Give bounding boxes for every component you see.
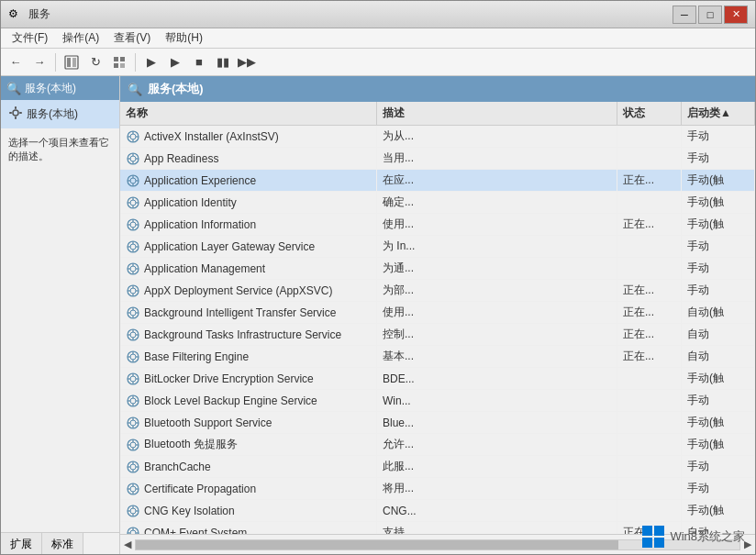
- cell-startup: 手动(触: [682, 368, 755, 389]
- svg-rect-2: [72, 58, 76, 67]
- svg-rect-6: [120, 63, 125, 68]
- scroll-hint-right: ▶: [744, 538, 751, 550]
- table-row[interactable]: Application Information 使用...正在...手动(触: [120, 214, 755, 236]
- toolbar: ← → ↻ ▶ ▶ ■ ▮▮ ▶▶: [1, 49, 755, 76]
- service-icon: [126, 504, 140, 518]
- cell-name: CNG Key Isolation: [120, 500, 377, 521]
- toggle-icon: [112, 55, 127, 70]
- table-row[interactable]: Application Layer Gateway Service 为 In..…: [120, 236, 755, 258]
- menu-bar: 文件(F) 操作(A) 查看(V) 帮助(H): [1, 28, 755, 49]
- col-desc[interactable]: 描述: [377, 102, 617, 125]
- service-name: Application Experience: [144, 174, 256, 187]
- table-row[interactable]: Certificate Propagation 将用...手动: [120, 478, 755, 500]
- menu-action[interactable]: 操作(A): [55, 28, 106, 48]
- service-icon: [126, 372, 140, 386]
- cell-desc: 当用...: [377, 148, 617, 169]
- table-row[interactable]: Bluetooth Support Service Blue...手动(触: [120, 412, 755, 434]
- table-row[interactable]: Application Management 为通...手动: [120, 258, 755, 280]
- cell-status: 正在...: [617, 280, 682, 301]
- cell-status: [617, 456, 682, 477]
- scrollbar-thumb[interactable]: [136, 540, 618, 549]
- table-row[interactable]: Application Experience 在应...正在...手动(触: [120, 170, 755, 192]
- menu-view[interactable]: 查看(V): [106, 28, 158, 48]
- cell-status: [617, 412, 682, 433]
- sidebar-tab-standard[interactable]: 标准: [42, 533, 83, 554]
- table-row[interactable]: Background Intelligent Transfer Service …: [120, 302, 755, 324]
- table-row[interactable]: App Readiness 当用...手动: [120, 148, 755, 170]
- table-row[interactable]: Base Filtering Engine 基本...正在...自动: [120, 346, 755, 368]
- table-row[interactable]: BranchCache 此服...手动: [120, 456, 755, 478]
- stop-button[interactable]: ■: [188, 51, 210, 73]
- cell-name: AppX Deployment Service (AppXSVC): [120, 280, 377, 301]
- svg-point-103: [130, 464, 136, 470]
- cell-name: Certificate Propagation: [120, 478, 377, 499]
- cell-startup: 手动: [682, 148, 755, 169]
- svg-point-61: [130, 310, 136, 316]
- service-icon: [126, 526, 140, 535]
- table-row[interactable]: Application Identity 确定...手动(触: [120, 192, 755, 214]
- cell-desc: 使用...: [377, 302, 617, 323]
- cell-name: Base Filtering Engine: [120, 346, 377, 367]
- cell-desc: 允许...: [377, 434, 617, 455]
- sidebar-tab-expand[interactable]: 扩展: [1, 533, 42, 554]
- cell-status: [617, 434, 682, 455]
- main-window: ⚙ 服务 ─ □ ✕ 文件(F) 操作(A) 查看(V) 帮助(H) ← → ↻: [0, 0, 756, 555]
- toggle-button[interactable]: [108, 51, 130, 73]
- svg-rect-8: [15, 106, 17, 109]
- service-icon: [126, 195, 140, 210]
- cell-status: 正在...: [617, 324, 682, 345]
- cell-startup: 自动: [682, 346, 755, 367]
- service-icon: [126, 283, 140, 298]
- col-startup[interactable]: 启动类▲: [682, 102, 755, 125]
- pause-button[interactable]: ▮▮: [212, 51, 234, 73]
- skip-button[interactable]: ▶▶: [236, 51, 258, 73]
- title-bar-left: ⚙ 服务: [8, 6, 50, 22]
- service-icon: [126, 460, 140, 474]
- content-header: 🔍 服务(本地): [120, 76, 755, 102]
- service-icon: [126, 416, 140, 430]
- close-button[interactable]: ✕: [724, 6, 748, 24]
- service-name: BranchCache: [144, 461, 211, 473]
- menu-file[interactable]: 文件(F): [5, 28, 55, 48]
- cell-status: [617, 478, 682, 499]
- cell-name: Block Level Backup Engine Service: [120, 390, 377, 411]
- cell-status: [617, 236, 682, 257]
- cell-desc: 为从...: [377, 126, 617, 147]
- sidebar-item-local-services[interactable]: 服务(本地): [1, 100, 119, 128]
- win8-logo-q1: [642, 526, 652, 536]
- content-header-title: 服务(本地): [148, 81, 204, 97]
- table-row[interactable]: Background Tasks Infrastructure Service …: [120, 324, 755, 346]
- svg-point-49: [130, 266, 136, 272]
- maximize-button[interactable]: □: [698, 6, 722, 24]
- minimize-button[interactable]: ─: [673, 6, 696, 24]
- cell-startup: 手动(触: [682, 170, 755, 191]
- refresh-button[interactable]: ↻: [84, 51, 106, 73]
- svg-rect-10: [9, 112, 12, 114]
- cell-name: ActiveX Installer (AxInstSV): [120, 126, 377, 147]
- watermark-text: Win8系统之家: [670, 528, 745, 545]
- table-row[interactable]: ActiveX Installer (AxInstSV) 为从...手动: [120, 126, 755, 148]
- back-button[interactable]: ←: [5, 51, 27, 73]
- table-row[interactable]: BitLocker Drive Encryption Service BDE..…: [120, 368, 755, 390]
- service-name: CNG Key Isolation: [144, 505, 235, 517]
- table-row[interactable]: CNG Key Isolation CNG...手动(触: [120, 500, 755, 522]
- table-row[interactable]: Bluetooth 免提服务 允许...手动(触: [120, 434, 755, 456]
- forward-button[interactable]: →: [28, 51, 50, 73]
- content-area: 🔍 服务(本地) 名称 描述 状态 启动类▲ Acti: [120, 76, 755, 554]
- play2-button[interactable]: ▶: [164, 51, 186, 73]
- svg-point-25: [130, 178, 136, 183]
- cell-name: Bluetooth Support Service: [120, 412, 377, 433]
- up-button[interactable]: [61, 51, 83, 73]
- table-row[interactable]: AppX Deployment Service (AppXSVC) 为部...正…: [120, 280, 755, 302]
- cell-name: App Readiness: [120, 148, 377, 169]
- cell-startup: 手动(触: [682, 434, 755, 455]
- play-button[interactable]: ▶: [140, 51, 162, 73]
- col-status[interactable]: 状态: [617, 102, 682, 125]
- service-icon: [126, 151, 140, 166]
- cell-startup: 手动: [682, 126, 755, 147]
- cell-startup: 手动: [682, 280, 755, 301]
- col-name[interactable]: 名称: [120, 102, 377, 125]
- table-row[interactable]: Block Level Backup Engine Service Win...…: [120, 390, 755, 412]
- services-table[interactable]: 名称 描述 状态 启动类▲ ActiveX Installer (AxInstS…: [120, 102, 755, 534]
- menu-help[interactable]: 帮助(H): [158, 28, 210, 48]
